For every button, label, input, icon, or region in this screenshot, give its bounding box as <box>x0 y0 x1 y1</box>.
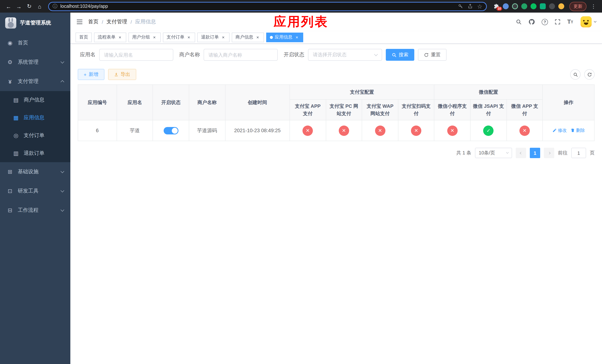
ext-icon-4[interactable] <box>531 3 537 9</box>
close-icon[interactable]: × <box>221 35 226 40</box>
sidebar-item-merchant-info[interactable]: ▤ 商户信息 <box>0 91 70 109</box>
github-icon[interactable] <box>528 19 535 25</box>
ext-icon-5[interactable] <box>540 3 546 9</box>
status-cross-icon: ✕ <box>339 125 349 136</box>
password-key-icon[interactable] <box>458 4 463 9</box>
share-icon[interactable] <box>467 4 473 9</box>
ext-icon-3[interactable] <box>521 3 527 9</box>
tab-refund-order[interactable]: 退款订单 × <box>197 32 230 42</box>
tab-app-info[interactable]: 应用信息 × <box>266 32 303 42</box>
target-icon: ◎ <box>13 132 19 139</box>
status-label: 开启状态 <box>284 52 304 58</box>
tab-label: 应用信息 <box>275 34 292 40</box>
gear-icon: ⚙ <box>7 59 13 65</box>
close-icon[interactable]: × <box>294 35 300 40</box>
browser-forward-button[interactable]: → <box>14 1 24 11</box>
app-name-label: 应用名 <box>80 52 96 58</box>
sidebar-item-infrastructure[interactable]: ⊞ 基础设施 <box>0 162 70 182</box>
sidebar-menu: ◉ 首页 ⚙ 系统管理 ¥ 支付管理 ▤ 商户信息 <box>0 33 70 364</box>
cell-wx-mini: ✕ <box>434 120 470 141</box>
sidebar-item-app-info[interactable]: ▦ 应用信息 <box>0 109 70 127</box>
tab-label: 用户分组 <box>132 34 150 40</box>
prev-page-button[interactable] <box>516 148 526 158</box>
browser-home-button[interactable]: ⌂ <box>35 1 44 11</box>
merchant-name-input[interactable] <box>204 49 278 61</box>
close-icon[interactable]: × <box>255 35 260 40</box>
col-header-alipay-qr: 支付宝扫码支付 <box>398 99 434 120</box>
sidebar-item-payment[interactable]: ¥ 支付管理 <box>0 72 70 91</box>
col-header-merchant: 商户名称 <box>189 85 225 120</box>
export-button[interactable]: 导出 <box>108 69 136 80</box>
tab-home[interactable]: 首页 <box>75 32 92 42</box>
app-logo[interactable]: 芋道管理系统 <box>0 13 70 33</box>
chevron-up-icon <box>61 80 64 84</box>
sidebar-item-workflow[interactable]: ⊟ 工作流程 <box>0 201 70 220</box>
col-header-created: 创建时间 <box>225 85 290 120</box>
search-button[interactable]: 搜索 <box>386 49 414 61</box>
refresh-button[interactable] <box>584 69 595 80</box>
toggle-search-button[interactable] <box>570 69 580 80</box>
close-icon[interactable]: × <box>117 35 123 40</box>
browser-back-button[interactable]: ← <box>4 1 13 11</box>
export-button-label: 导出 <box>120 71 130 78</box>
breadcrumb-home[interactable]: 首页 <box>88 19 98 25</box>
add-button[interactable]: + 新增 <box>78 69 104 80</box>
tab-pay-order[interactable]: 支付订单 × <box>163 32 195 42</box>
next-page-button[interactable] <box>544 148 554 158</box>
extensions-icon[interactable]: 10 <box>494 3 499 9</box>
close-icon[interactable]: × <box>152 35 157 40</box>
status-cross-icon: ✕ <box>411 125 421 136</box>
tab-user-group[interactable]: 用户分组 × <box>129 32 161 42</box>
tags-bar: 首页 流程表单 × 用户分组 × 支付订单 × 退款订单 × <box>70 31 602 44</box>
page-size-select[interactable]: 10条/页 <box>475 148 512 158</box>
sidebar-item-label: 退款订单 <box>24 150 44 157</box>
col-header-alipay-app: 支付宝 APP 支付 <box>290 99 326 120</box>
payment-submenu: ▤ 商户信息 ▦ 应用信息 ◎ 支付订单 ▥ 退款订单 <box>0 91 70 162</box>
sidebar-toggle[interactable] <box>76 19 83 25</box>
sidebar-item-label: 首页 <box>18 40 28 46</box>
tab-merchant-info[interactable]: 商户信息 × <box>232 32 264 42</box>
cell-alipay-qr: ✕ <box>398 120 434 141</box>
edit-button[interactable]: 修改 <box>552 127 567 134</box>
reset-button[interactable]: 重置 <box>418 49 447 61</box>
credit-card-icon: ▤ <box>13 97 19 103</box>
help-icon[interactable]: ? <box>542 19 548 25</box>
ext-icon-6[interactable] <box>549 3 555 9</box>
address-bar[interactable]: ⓘ localhost:1024/pay/app ☆ <box>48 2 487 11</box>
dashboard-icon: ◉ <box>7 40 13 46</box>
sidebar-item-home[interactable]: ◉ 首页 <box>0 33 70 53</box>
goto-page-input[interactable] <box>571 148 586 158</box>
chevron-right-icon <box>548 152 550 154</box>
enabled-toggle[interactable] <box>163 127 178 134</box>
status-cross-icon: ✕ <box>447 125 458 136</box>
sidebar: 芋道管理系统 ◉ 首页 ⚙ 系统管理 ¥ 支付管理 <box>0 13 70 364</box>
delete-button[interactable]: 删除 <box>570 127 585 134</box>
page-1-button[interactable]: 1 <box>530 148 540 158</box>
tab-flow-form[interactable]: 流程表单 × <box>94 32 126 42</box>
status-check-icon: ✓ <box>483 125 494 136</box>
search-icon[interactable] <box>516 19 522 25</box>
status-select[interactable]: 请选择开启状态 <box>308 49 382 61</box>
ext-icon-7[interactable] <box>558 3 564 9</box>
sidebar-item-devtools[interactable]: ⊡ 研发工具 <box>0 182 70 201</box>
ext-icon-1[interactable] <box>503 3 509 9</box>
sidebar-item-pay-order[interactable]: ◎ 支付订单 <box>0 127 70 144</box>
browser-update-button[interactable]: 更新 <box>570 2 586 11</box>
browser-menu-button[interactable]: ⋮ <box>589 1 598 11</box>
sidebar-item-system[interactable]: ⚙ 系统管理 <box>0 53 70 72</box>
ext-icon-2[interactable] <box>512 3 518 9</box>
toolbar-right <box>570 69 595 80</box>
font-size-icon[interactable]: TT <box>567 19 573 25</box>
fullscreen-icon[interactable] <box>555 19 560 25</box>
site-info-icon[interactable]: ⓘ <box>53 3 57 10</box>
col-header-status: 开启状态 <box>153 85 189 120</box>
app-name-input[interactable] <box>99 49 173 61</box>
close-icon[interactable]: × <box>186 35 191 40</box>
user-menu[interactable] <box>580 16 596 27</box>
bookmark-star-icon[interactable]: ☆ <box>477 3 483 10</box>
toggle-knob <box>172 128 178 133</box>
user-avatar <box>580 16 592 27</box>
sidebar-item-refund-order[interactable]: ▥ 退款订单 <box>0 144 70 162</box>
browser-reload-button[interactable]: ↻ <box>24 1 34 11</box>
breadcrumb-payment[interactable]: 支付管理 <box>107 19 127 25</box>
